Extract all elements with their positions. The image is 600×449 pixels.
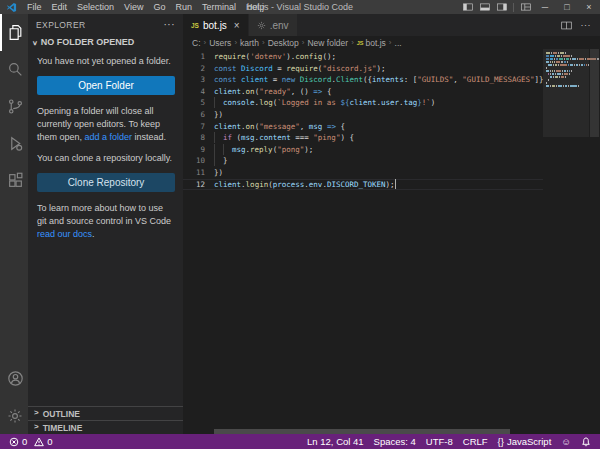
settings-button[interactable] [0,397,28,434]
run-debug-button[interactable] [0,125,28,162]
encoding-status[interactable]: UTF-8 [421,436,458,447]
clone-repository-button[interactable]: Clone Repository [37,173,175,192]
breadcrumb-item[interactable]: ... [395,38,402,48]
minimap[interactable] [543,49,589,434]
tab-bar: JSbot.js×.env ··· [183,14,600,36]
accounts-button[interactable] [0,360,28,397]
toggle-panel-icon[interactable] [476,0,493,14]
indent-guide [214,132,223,143]
indentation-status[interactable]: Spaces: 4 [369,436,421,447]
breadcrumb-item[interactable]: Users [209,38,231,48]
braces-icon: {} [498,436,504,447]
no-folder-section-title: NO FOLDER OPENED [41,37,135,47]
breadcrumb-item[interactable]: JSbot.js [357,38,386,48]
extensions-icon [7,172,24,189]
line-text: const client = new Discord.Client({inten… [214,74,543,86]
tab-env[interactable]: .env [249,14,298,36]
explorer-button[interactable] [0,14,28,51]
line-text: if (msg.content === "ping") { [214,132,543,144]
menu-file[interactable]: File [22,0,47,14]
tab-bot-js[interactable]: JSbot.js× [183,14,249,36]
line-text: }) [214,167,543,179]
menu-selection[interactable]: Selection [72,0,119,14]
clone-text: You can clone a repository locally. [37,152,175,165]
code-line[interactable]: 5console.log(`Logged in as ${client.user… [183,97,543,109]
close-icon[interactable]: × [234,20,240,31]
code-line[interactable]: 11}) [183,167,543,179]
no-folder-section-header[interactable]: ∨ NO FOLDER OPENED [28,35,183,50]
toggle-secondary-sidebar-icon[interactable] [493,0,510,14]
breadcrumb-item[interactable]: C: [192,38,201,48]
timeline-section[interactable]: > TIMELINE [28,420,183,434]
line-text: msg.reply("pong"); [214,144,543,156]
breadcrumb-label: ... [395,38,402,48]
breadcrumb-item[interactable]: New folder [307,38,348,48]
close-button[interactable]: × [578,0,600,14]
add-folder-link[interactable]: add a folder [85,132,133,142]
vertical-scrollbar[interactable] [589,49,600,434]
feedback-smiley-icon[interactable]: ☺ [556,436,576,447]
vertical-scrollbar-thumb[interactable] [590,49,599,137]
sidebar: EXPLORER ··· ∨ NO FOLDER OPENED You have… [28,14,183,434]
customize-layout-icon[interactable] [517,0,534,14]
menu-run[interactable]: Run [170,0,197,14]
chevron-right-icon: > [34,424,39,431]
breadcrumb-item[interactable]: Desktop [268,38,299,48]
code-line[interactable]: 1require('dotenv').config(); [183,51,543,63]
breadcrumb-label: Users [209,38,231,48]
problems-status[interactable]: 0 0 [4,436,58,447]
git-note-text: To learn more about how to use git and s… [37,203,171,226]
language-status[interactable]: {} JavaScript [493,436,557,447]
code-line[interactable]: 10} [183,155,543,167]
notifications-bell-icon[interactable] [576,437,596,447]
code-lines[interactable]: 1require('dotenv').config();2const Disco… [183,49,543,434]
search-button[interactable] [0,51,28,88]
cursor-position-status[interactable]: Ln 12, Col 41 [302,436,369,447]
eol-status[interactable]: CRLF [458,436,493,447]
warning-icon [34,437,44,447]
code-line[interactable]: 2const Discord = require("discord.js"); [183,63,543,75]
code-area[interactable]: 1require('dotenv').config();2const Disco… [183,49,600,434]
breadcrumb-separator-icon: › [204,38,207,47]
explorer-title: EXPLORER [36,20,86,30]
menu-help[interactable]: Help [241,0,270,14]
language-label: JavaScript [507,436,551,447]
explorer-more-icon[interactable]: ··· [164,19,176,30]
menu-go[interactable]: Go [148,0,170,14]
line-text: client.on("ready", () => { [214,86,543,98]
line-text: client.on("message", msg => { [214,121,543,133]
read-docs-link[interactable]: read our docs [37,229,92,239]
breadcrumb-separator-icon: › [351,38,354,47]
source-control-button[interactable] [0,88,28,125]
js-icon: JS [191,22,199,29]
breadcrumb-separator-icon: › [389,38,392,47]
indent-guide [214,155,223,166]
menu-edit[interactable]: Edit [47,0,73,14]
code-line[interactable]: 8if (msg.content === "ping") { [183,132,543,144]
toggle-sidebar-icon[interactable] [459,0,476,14]
outline-section[interactable]: > OUTLINE [28,406,183,420]
horizontal-scrollbar-thumb[interactable] [214,429,510,434]
maximize-button[interactable]: □ [556,0,578,14]
git-note: To learn more about how to use git and s… [37,202,175,241]
minimize-button[interactable]: ─ [534,0,556,14]
code-line[interactable]: 6}) [183,109,543,121]
open-folder-button[interactable]: Open Folder [37,76,175,95]
code-line[interactable]: 3const client = new Discord.Client({inte… [183,74,543,86]
line-text: }) [214,109,543,121]
code-line[interactable]: 7client.on("message", msg => { [183,121,543,133]
menu-view[interactable]: View [119,0,148,14]
editor-more-icon[interactable]: ··· [581,20,592,30]
tab-label: bot.js [203,20,227,31]
breadcrumb-separator-icon: › [262,38,265,47]
extensions-button[interactable] [0,162,28,199]
debug-icon [7,135,24,152]
split-editor-icon[interactable] [561,21,572,30]
horizontal-scrollbar[interactable] [214,429,543,434]
breadcrumb-item[interactable]: karth [240,38,259,48]
code-line[interactable]: 12client.login(process.env.DISCORD_TOKEN… [183,179,543,191]
code-line[interactable]: 9msg.reply("pong"); [183,144,543,156]
code-line[interactable]: 4client.on("ready", () => { [183,86,543,98]
menu-terminal[interactable]: Terminal [197,0,241,14]
line-number: 10 [183,155,205,167]
